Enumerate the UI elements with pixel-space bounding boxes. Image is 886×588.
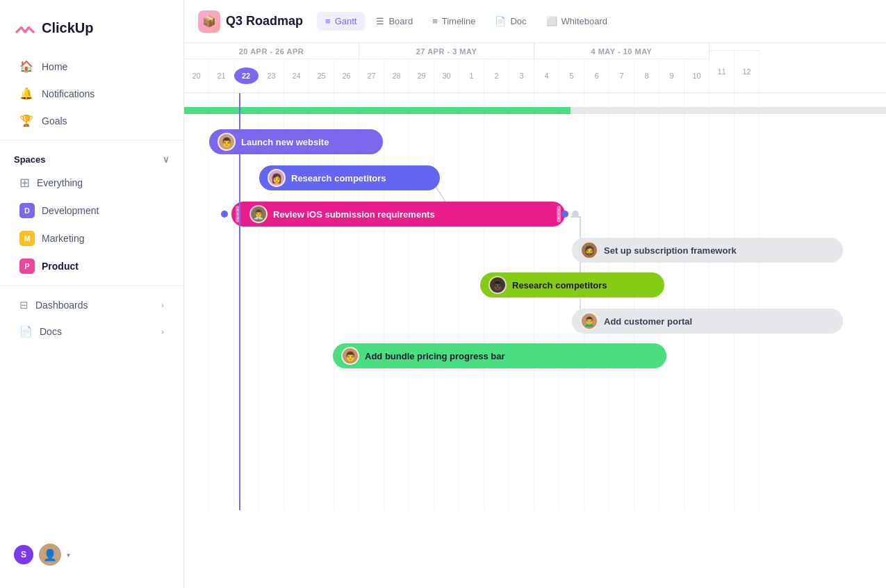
gantt-scroll[interactable]: TODAY �	[184, 93, 886, 588]
bar-avatar-sub: 🧔	[580, 241, 598, 259]
days-row-1: 20 21 22 23 24 25 26	[184, 59, 359, 92]
development-badge: D	[19, 203, 35, 218]
progress-bar-fill	[184, 107, 571, 114]
progress-bar-bg	[184, 107, 886, 114]
handle-right	[557, 206, 561, 222]
bar-label-research1: Research competitors	[291, 173, 386, 183]
sidebar-item-dashboards[interactable]: ⊟ Dashboards ›	[6, 293, 178, 318]
sidebar: ClickUp 🏠 Home 🔔 Notifications 🏆 Goals S…	[0, 0, 184, 588]
day-20: 20	[184, 59, 209, 92]
bar-label-launch: Launch new website	[241, 137, 329, 147]
tab-whiteboard-label: Whiteboard	[561, 16, 607, 26]
tab-timeline[interactable]: ≡ Timeline	[424, 12, 484, 31]
tab-board-label: Board	[388, 16, 413, 26]
bar-review-ios[interactable]: 👨‍💼 Review iOS submission requirements	[231, 202, 565, 227]
view-tabs: ≡ Gantt ☰ Board ≡ Timeline 📄 Doc ⬜ White…	[317, 12, 616, 31]
project-icon: 📦	[198, 10, 220, 33]
bell-icon: 🔔	[19, 87, 33, 100]
chevron-right-icon: ›	[161, 301, 164, 309]
bar-subscription[interactable]: 🧔 Set up subscription framework	[572, 238, 843, 263]
bar-research-2[interactable]: 👨🏿 Research competitors	[480, 272, 664, 297]
doc-icon: 📄	[495, 16, 506, 26]
days-row-2: 27 28 29 30 1 2 3	[359, 59, 534, 92]
day-23: 23	[259, 59, 284, 92]
bar-research-1[interactable]: 👩 Research competitors	[259, 165, 440, 190]
bar-avatar-portal: 👨‍🦱	[580, 312, 598, 330]
trophy-icon: 🏆	[19, 114, 33, 127]
board-icon: ☰	[376, 16, 384, 26]
days-row-4: 11 12	[709, 51, 760, 92]
project-title: Q3 Roadmap	[226, 14, 303, 28]
sidebar-docs-label: Docs	[40, 326, 62, 337]
sidebar-item-notifications-label: Notifications	[42, 88, 95, 99]
day-22: 22	[234, 59, 259, 92]
spaces-label: Spaces	[14, 154, 46, 165]
everything-icon: ⊞	[19, 175, 30, 190]
chevron-right-icon-2: ›	[161, 327, 164, 336]
gantt-area: 20 APR - 26 APR 20 21 22 23 24 25 26 27 …	[184, 43, 886, 588]
days-row-3: 4 5 6 7 8 9 10	[534, 59, 709, 92]
docs-icon: 📄	[19, 325, 33, 338]
bar-avatar-bundle: 👨	[341, 347, 359, 365]
bar-dot-right	[561, 211, 568, 218]
sidebar-item-product[interactable]: P Product	[6, 253, 178, 279]
divider-1	[0, 140, 183, 140]
app-name: ClickUp	[42, 20, 93, 36]
spaces-section-header: Spaces ∨	[0, 146, 183, 169]
tab-gantt-label: Gantt	[335, 16, 357, 26]
bar-avatar-launch: 👨	[218, 133, 236, 151]
week-group-1: 20 APR - 26 APR 20 21 22 23 24 25 26	[184, 43, 359, 92]
date-header: 20 APR - 26 APR 20 21 22 23 24 25 26 27 …	[184, 43, 886, 93]
sidebar-item-everything[interactable]: ⊞ Everything	[6, 170, 178, 196]
tab-doc-label: Doc	[510, 16, 526, 26]
week-group-4: 11 12	[709, 43, 760, 92]
grid-lines	[184, 93, 886, 510]
sidebar-item-goals-label: Goals	[42, 115, 67, 126]
tab-timeline-label: Timeline	[442, 16, 476, 26]
sidebar-item-development[interactable]: D Development	[6, 197, 178, 224]
marketing-badge: M	[19, 231, 35, 246]
avatar-chevron-icon: ▾	[67, 551, 70, 559]
tab-board[interactable]: ☰ Board	[368, 12, 421, 31]
chevron-down-icon: ∨	[163, 154, 170, 165]
sidebar-item-docs[interactable]: 📄 Docs ›	[6, 319, 178, 344]
logo-area: ClickUp	[0, 11, 183, 53]
bar-avatar-ios: 👨‍💼	[249, 205, 268, 223]
sidebar-item-home-label: Home	[42, 61, 67, 72]
bar-avatar-research2: 👨🏿	[489, 276, 507, 294]
today-line: TODAY	[239, 93, 240, 510]
home-icon: 🏠	[19, 60, 33, 73]
sidebar-item-marketing[interactable]: M Marketing	[6, 225, 178, 252]
bar-launch-website[interactable]: 👨 Launch new website	[209, 129, 383, 154]
week-label-4	[709, 43, 760, 51]
whiteboard-icon: ⬜	[546, 16, 557, 26]
sidebar-item-goals[interactable]: 🏆 Goals	[6, 108, 178, 133]
bar-customer-portal[interactable]: 👨‍🦱 Add customer portal	[572, 309, 843, 334]
main-content: 📦 Q3 Roadmap ≡ Gantt ☰ Board ≡ Timeline …	[184, 0, 886, 588]
day-21: 21	[209, 59, 234, 92]
bar-label-bundle: Add bundle pricing progress bar	[365, 351, 505, 361]
sidebar-item-notifications[interactable]: 🔔 Notifications	[6, 81, 178, 106]
day-22-today: 22	[234, 67, 259, 84]
tab-whiteboard[interactable]: ⬜ Whiteboard	[538, 12, 616, 31]
sidebar-product-label: Product	[42, 261, 79, 272]
bar-avatar-research1: 👩	[268, 169, 286, 187]
bar-bundle-pricing[interactable]: 👨 Add bundle pricing progress bar	[333, 343, 666, 368]
tab-gantt[interactable]: ≡ Gantt	[317, 12, 365, 31]
sidebar-development-label: Development	[42, 205, 99, 216]
tab-doc[interactable]: 📄 Doc	[486, 12, 534, 31]
week-label-1: 20 APR - 26 APR	[184, 43, 359, 59]
week-group-3: 4 MAY - 10 MAY 4 5 6 7 8 9 10	[534, 43, 709, 92]
bar-label-sub: Set up subscription framework	[604, 245, 737, 256]
timeline-icon: ≡	[432, 16, 438, 26]
avatar-s: S	[14, 545, 33, 564]
topbar: 📦 Q3 Roadmap ≡ Gantt ☰ Board ≡ Timeline …	[184, 0, 886, 43]
avatar-user: 👤	[39, 544, 61, 566]
product-badge: P	[19, 259, 35, 274]
bar-label-research2: Research competitors	[512, 280, 607, 291]
avatar-area: S 👤 ▾	[0, 532, 183, 577]
clickup-logo-icon	[14, 17, 36, 39]
day-25: 25	[309, 59, 334, 92]
week-label-2: 27 APR - 3 MAY	[359, 43, 534, 59]
sidebar-item-home[interactable]: 🏠 Home	[6, 54, 178, 79]
